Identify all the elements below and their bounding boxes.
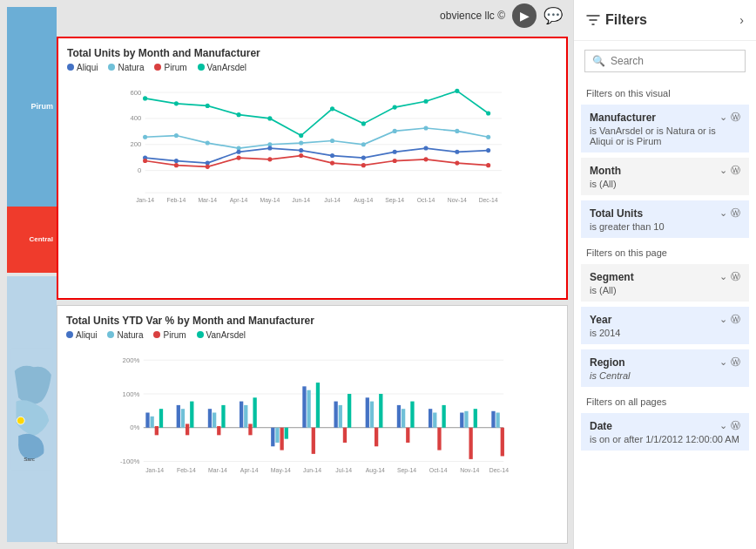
year-collapse-icon[interactable]: ⌄ xyxy=(719,314,727,325)
svg-point-45 xyxy=(423,146,428,150)
chat-icon[interactable]: 💬 xyxy=(543,6,563,25)
month-clear-icon[interactable]: Ⓦ xyxy=(731,164,740,177)
svg-rect-83 xyxy=(159,409,163,428)
segment-filter[interactable]: Segment ⌄ Ⓦ is (All) xyxy=(581,264,749,302)
manufacturer-filter[interactable]: Manufacturer ⌄ Ⓦ is VanArsdel or is Natu… xyxy=(581,105,749,152)
svg-text:Jul-14: Jul-14 xyxy=(324,197,341,203)
svg-text:-100%: -100% xyxy=(120,458,140,465)
date-clear-icon[interactable]: Ⓦ xyxy=(731,419,740,432)
svg-rect-113 xyxy=(402,409,405,428)
svg-point-13 xyxy=(174,101,179,105)
year-clear-icon[interactable]: Ⓦ xyxy=(731,313,740,326)
bottom-bar-chart: Total Units YTD Var % by Month and Manuf… xyxy=(57,305,568,544)
month-collapse-icon[interactable]: ⌄ xyxy=(719,165,727,176)
legend-natura: Natura xyxy=(108,63,144,72)
svg-text:Mar-14: Mar-14 xyxy=(198,197,217,203)
legend-aliqui: Aliqui xyxy=(67,63,98,72)
filters-title: Filters xyxy=(586,12,647,28)
legend-aliqui-2: Aliqui xyxy=(66,330,97,340)
svg-rect-82 xyxy=(155,426,159,435)
svg-point-53 xyxy=(299,153,303,158)
svg-rect-122 xyxy=(469,427,472,458)
svg-point-47 xyxy=(486,148,490,152)
manufacturer-filter-name: Manufacturer xyxy=(590,112,656,124)
svg-rect-93 xyxy=(244,405,247,428)
svg-text:Feb-14: Feb-14 xyxy=(177,467,196,473)
month-filter[interactable]: Month ⌄ Ⓦ is (All) xyxy=(581,158,749,195)
svg-rect-95 xyxy=(253,397,256,427)
svg-text:Dec-14: Dec-14 xyxy=(489,467,509,473)
svg-point-31 xyxy=(361,142,366,146)
company-name: obvience llc © xyxy=(440,10,505,22)
svg-point-14 xyxy=(206,104,210,108)
filters-close-icon[interactable]: › xyxy=(739,13,744,27)
user-icon[interactable]: ▶ xyxy=(512,3,537,28)
svg-text:Mar-14: Mar-14 xyxy=(208,467,227,473)
svg-rect-110 xyxy=(375,427,378,446)
segment-collapse-icon[interactable]: ⌄ xyxy=(719,271,727,282)
region-filter-name: Region xyxy=(590,356,625,369)
svg-text:Jan-14: Jan-14 xyxy=(136,197,154,203)
svg-text:Jun-14: Jun-14 xyxy=(303,467,321,473)
svg-rect-91 xyxy=(221,405,225,428)
total-units-filter-value: is greater than 10 xyxy=(590,221,740,232)
top-chart-title: Total Units by Month and Manufacturer xyxy=(67,47,557,59)
svg-rect-103 xyxy=(316,383,320,428)
svg-rect-98 xyxy=(280,427,283,450)
search-box[interactable]: 🔍 xyxy=(584,50,746,72)
year-filter-icons: ⌄ Ⓦ xyxy=(719,313,740,326)
svg-rect-124 xyxy=(491,410,495,427)
segment-clear-icon[interactable]: Ⓦ xyxy=(731,270,740,283)
top-line-chart: Total Units by Month and Manufacturer Al… xyxy=(57,37,568,300)
manufacturer-clear-icon[interactable]: Ⓦ xyxy=(731,111,740,124)
svg-point-22 xyxy=(455,89,459,93)
region-clear-icon[interactable]: Ⓦ xyxy=(731,356,740,369)
month-filter-icons: ⌄ Ⓦ xyxy=(719,164,740,177)
svg-text:May-14: May-14 xyxy=(271,467,291,474)
svg-text:Nov-14: Nov-14 xyxy=(460,467,479,473)
region-filter-icons: ⌄ Ⓦ xyxy=(719,356,740,369)
year-filter-value: is 2014 xyxy=(590,328,740,338)
svg-rect-115 xyxy=(410,401,414,427)
svg-rect-80 xyxy=(145,412,149,427)
svg-text:Nov-14: Nov-14 xyxy=(448,197,467,203)
segment-filter-value: is (All) xyxy=(590,285,740,295)
date-filter[interactable]: Date ⌄ Ⓦ is on or after 1/1/2012 12:00:0… xyxy=(581,413,749,451)
svg-rect-90 xyxy=(217,426,220,435)
svg-rect-87 xyxy=(190,401,193,427)
svg-point-41 xyxy=(299,148,303,152)
total-units-collapse-icon[interactable]: ⌄ xyxy=(719,207,727,219)
svg-point-12 xyxy=(143,96,147,100)
svg-point-58 xyxy=(455,161,459,166)
date-collapse-icon[interactable]: ⌄ xyxy=(719,420,727,431)
svg-point-16 xyxy=(267,116,272,120)
segment-filter-name: Segment xyxy=(590,271,634,283)
svg-rect-88 xyxy=(208,409,212,428)
region-collapse-icon[interactable]: ⌄ xyxy=(719,356,727,368)
svg-point-42 xyxy=(330,153,334,158)
svg-point-39 xyxy=(237,150,241,154)
svg-rect-106 xyxy=(343,427,347,442)
bottom-chart-legend: Aliqui Natura Pirum VanArsdel xyxy=(66,330,558,340)
svg-point-46 xyxy=(455,150,459,154)
region-filter[interactable]: Region ⌄ Ⓦ is Central xyxy=(581,349,749,387)
svg-text:Apr-14: Apr-14 xyxy=(230,197,248,204)
svg-text:Jan-14: Jan-14 xyxy=(145,467,164,473)
svg-point-55 xyxy=(361,163,366,167)
total-units-filter[interactable]: Total Units ⌄ Ⓦ is greater than 10 xyxy=(581,200,749,238)
manufacturer-collapse-icon[interactable]: ⌄ xyxy=(719,112,727,123)
svg-point-20 xyxy=(393,105,397,110)
search-input[interactable] xyxy=(611,55,738,67)
svg-text:200%: 200% xyxy=(123,356,140,363)
total-units-filter-name: Total Units xyxy=(590,207,643,220)
svg-rect-114 xyxy=(406,427,409,442)
year-filter[interactable]: Year ⌄ Ⓦ is 2014 xyxy=(581,307,749,344)
svg-rect-81 xyxy=(151,416,154,427)
svg-rect-84 xyxy=(177,405,180,428)
svg-text:Feb-14: Feb-14 xyxy=(167,197,186,203)
svg-rect-120 xyxy=(460,412,463,427)
svg-point-48 xyxy=(143,159,147,163)
total-units-clear-icon[interactable]: Ⓦ xyxy=(731,207,740,220)
svg-point-18 xyxy=(330,106,334,111)
svg-text:Sep-14: Sep-14 xyxy=(397,467,416,474)
